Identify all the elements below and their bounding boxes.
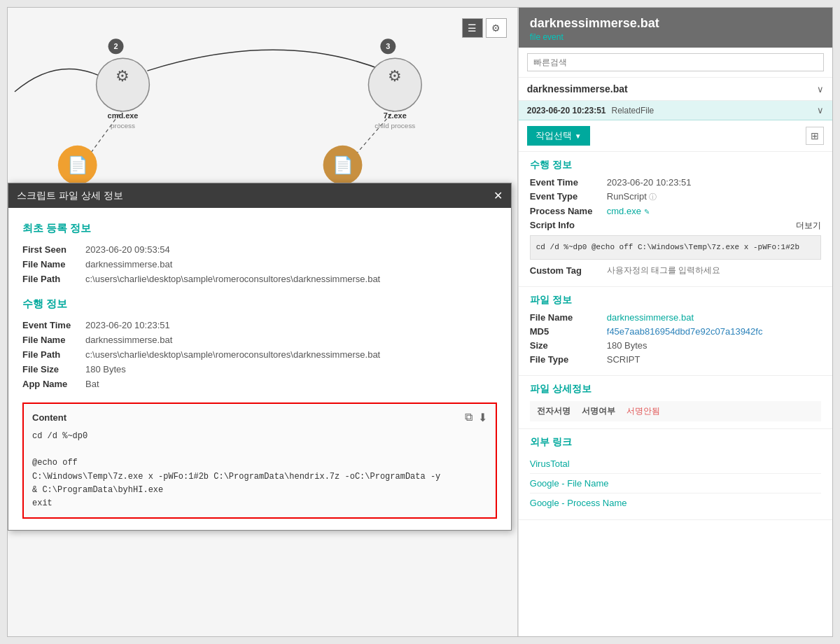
script-info-row: Script Info 더보기 [530,220,821,232]
graph-area: 2 ⚙ cmd.exe process 3 ⚙ 7z.exe child pro… [8,8,517,197]
svg-text:📄: 📄 [332,155,354,175]
google-processname-link[interactable]: Google - Process Name [530,493,821,512]
script-code: cd /d %~dp0 @echo off C:\Windows\Temp\7z… [536,243,799,251]
value: darknessimmerse.bat [85,257,497,272]
right-panel: darknessimmerse.bat file event darknessi… [518,8,832,636]
content-box: Content ⧉ ⬇ cd /d %~dp0 @echo off C:\Win… [22,402,497,519]
virustotal-link[interactable]: VirusTotal [530,454,821,474]
event-time-label: Event Time [530,177,607,188]
modal-body: 최초 등록 정보 First Seen 2023-06-20 09:53:54 … [8,208,511,530]
action-btn-label: 작업선택 [536,130,572,142]
file-info-title: 파일 정보 [530,294,821,307]
action-select-button[interactable]: 작업선택 ▼ [527,126,590,146]
label: File Path [22,347,85,362]
right-header: darknessimmerse.bat file event [519,8,832,48]
svg-text:📄: 📄 [67,155,88,175]
table-row: File Name darknessimmerse.bat [22,257,497,272]
event-type-value: RunScript ⓘ [607,191,657,202]
table-row: File Size 180 Bytes [22,362,497,377]
process-name-value[interactable]: cmd.exe ✎ [607,206,650,216]
label: File Name [22,257,85,272]
svg-text:process: process [111,122,135,130]
table-row: File Name darknessimmerse.bat [22,332,497,347]
svg-text:⚙: ⚙ [388,67,402,85]
custom-tag-input[interactable] [607,265,821,275]
download-icon[interactable]: ⬇ [478,411,487,424]
value: c:\users\charlie\desktop\sample\romeroco… [85,272,497,286]
layout-icon-button[interactable]: ⊞ [806,127,824,145]
file-type-value: SCRIPT [607,354,640,365]
value: c:\users\charlie\desktop\sample\romeroco… [85,347,497,362]
value: 2023-06-20 10:23:51 [85,318,497,332]
event-type-row: Event Type RunScript ⓘ [530,191,821,202]
svg-text:child process: child process [374,122,415,130]
right-header-subtitle: file event [530,32,821,42]
event-time-value: 2023-06-20 10:23:51 [607,177,692,188]
copy-icon[interactable]: ⧉ [465,411,472,424]
execution-title: 수행 정보 [22,298,497,311]
first-seen-title: 최초 등록 정보 [22,222,497,235]
table-row: Event Time 2023-06-20 10:23:51 [22,318,497,332]
graph-toolbar: ☰ ⚙ [462,18,507,38]
sig-label: 전자서명 [537,405,570,417]
value: Bat [85,377,497,391]
md5-value[interactable]: f45e7aab816954dbd7e92c07a13942fc [607,326,763,337]
right-execution-title: 수행 정보 [530,159,821,172]
grid-view-button[interactable]: ☰ [462,18,483,38]
script-info-label: Script Info [530,220,607,230]
modal-close-button[interactable]: ✕ [493,189,503,202]
file-info-section: 파일 정보 File Name darknessimmerse.bat MD5 … [519,287,832,376]
svg-text:2: 2 [113,42,118,50]
table-row: File Path c:\users\charlie\desktop\sampl… [22,272,497,286]
filename-section: darknessimmerse.bat ∨ [519,78,832,101]
value: 180 Bytes [85,362,497,377]
label: File Path [22,272,85,286]
signature-section: 전자서명 서명여부 서명안됨 [530,401,821,421]
event-time-row: Event Time 2023-06-20 10:23:51 [530,177,821,188]
value: 2023-06-20 09:53:54 [85,242,497,257]
label: File Size [22,362,85,377]
content-header: Content ⧉ ⬇ [32,411,487,424]
content-title: Content [32,412,66,423]
related-file-badge: RelatedFile [612,106,654,115]
first-seen-table: First Seen 2023-06-20 09:53:54 File Name… [22,242,497,286]
svg-text:3: 3 [386,42,390,50]
quick-search-section [519,48,832,78]
size-label: Size [530,340,607,351]
sig-sub-label: 서명여부 [582,405,615,417]
process-name-row: Process Name cmd.exe ✎ [530,206,821,216]
svg-text:cmd.exe: cmd.exe [108,111,139,120]
file-name-value[interactable]: darknessimmerse.bat [607,312,694,323]
file-detail-title: 파일 상세정보 [530,383,821,396]
custom-tag-row: Custom Tag [530,265,821,276]
chevron-right-icon: ∨ [817,105,824,115]
modal-title: 스크립트 파일 상세 정보 [17,190,123,202]
execution-table: Event Time 2023-06-20 10:23:51 File Name… [22,318,497,391]
script-info-box: cd /d %~dp0 @echo off C:\Windows\Temp\7z… [530,235,821,260]
right-header-title: darknessimmerse.bat [530,16,821,31]
google-filename-link[interactable]: Google - File Name [530,474,821,493]
more-link[interactable]: 더보기 [796,220,821,232]
file-type-label: File Type [530,354,607,365]
file-name-row: File Name darknessimmerse.bat [530,312,821,323]
date-row: 2023-06-20 10:23:51 RelatedFile ∨ [519,101,832,120]
script-detail-modal: 스크립트 파일 상세 정보 ✕ 최초 등록 정보 First Seen 2023… [8,183,512,531]
table-row: File Path c:\users\charlie\desktop\sampl… [22,347,497,362]
file-type-row: File Type SCRIPT [530,354,821,365]
size-value: 180 Bytes [607,340,648,351]
file-detail-section: 파일 상세정보 전자서명 서명여부 서명안됨 [519,376,832,429]
date-text: 2023-06-20 10:23:51 [527,106,606,115]
table-row: First Seen 2023-06-20 09:53:54 [22,242,497,257]
modal-header: 스크립트 파일 상세 정보 ✕ [8,183,511,208]
settings-button[interactable]: ⚙ [486,18,507,38]
value: darknessimmerse.bat [85,332,497,347]
svg-text:⚙: ⚙ [115,67,130,85]
custom-tag-label: Custom Tag [530,265,607,276]
svg-text:7z.exe: 7z.exe [384,111,407,120]
right-execution-section: 수행 정보 Event Time 2023-06-20 10:23:51 Eve… [519,152,832,287]
size-row: Size 180 Bytes [530,340,821,351]
quick-search-input[interactable] [527,53,824,71]
external-links-section: 외부 링크 VirusTotal Google - File Name Goog… [519,429,832,520]
filename-row[interactable]: darknessimmerse.bat ∨ [527,83,824,94]
external-links-title: 외부 링크 [530,436,821,449]
